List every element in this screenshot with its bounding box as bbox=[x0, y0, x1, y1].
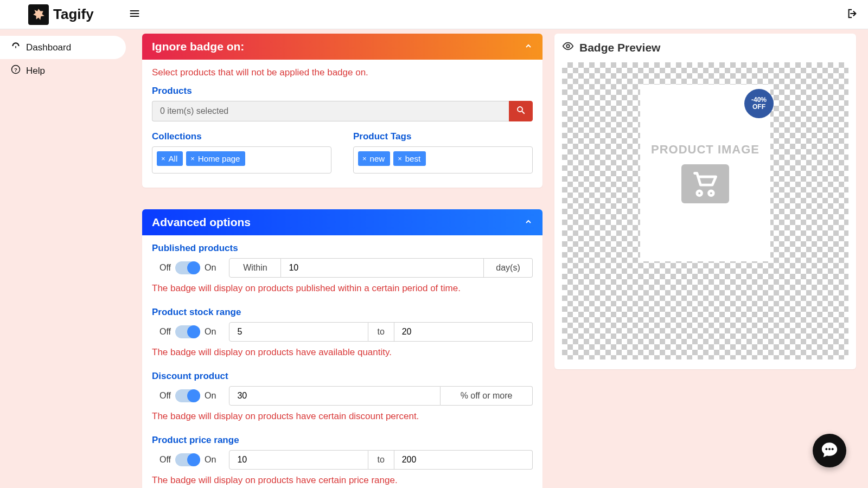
price-toggle[interactable] bbox=[175, 453, 200, 466]
svg-line-4 bbox=[522, 111, 525, 114]
price-label: Product price range bbox=[152, 435, 533, 446]
published-hint: The badge will display on products publi… bbox=[152, 283, 533, 294]
search-icon bbox=[516, 105, 526, 117]
products-label: Products bbox=[152, 86, 533, 97]
toggle-off-label: Off bbox=[159, 327, 171, 337]
cart-icon bbox=[681, 164, 729, 203]
price-hint: The badge will display on products have … bbox=[152, 475, 533, 486]
toggle-on-label: On bbox=[205, 263, 216, 273]
input-addon-right: day(s) bbox=[484, 258, 533, 278]
sidebar-item-label: Dashboard bbox=[26, 42, 71, 53]
stock-label: Product stock range bbox=[152, 307, 533, 318]
brand-logo: Tagify bbox=[28, 4, 94, 25]
remove-tag-icon[interactable]: × bbox=[398, 155, 402, 163]
published-label: Published products bbox=[152, 243, 533, 254]
published-days-input[interactable] bbox=[281, 258, 484, 278]
svg-marker-0 bbox=[33, 9, 44, 20]
svg-point-6 bbox=[825, 448, 827, 450]
toggle-on-label: On bbox=[205, 455, 216, 465]
sidebar-item-help[interactable]: ? Help bbox=[0, 59, 126, 82]
main-content: Ignore badge on: Select products that wi… bbox=[126, 29, 868, 488]
collection-tag[interactable]: ×Home page bbox=[186, 151, 245, 166]
panel-title: Advanced options bbox=[152, 216, 251, 229]
toggle-off-label: Off bbox=[159, 391, 171, 401]
stock-from-input[interactable] bbox=[229, 322, 368, 342]
stock-hint: The badge will display on products have … bbox=[152, 347, 533, 358]
ignore-panel-header[interactable]: Ignore badge on: bbox=[142, 34, 542, 60]
svg-text:?: ? bbox=[14, 67, 17, 73]
remove-tag-icon[interactable]: × bbox=[362, 155, 367, 163]
svg-point-8 bbox=[832, 448, 834, 450]
advanced-panel-header[interactable]: Advanced options bbox=[142, 209, 542, 235]
panel-title: Ignore badge on: bbox=[152, 40, 244, 53]
sidebar-item-label: Help bbox=[26, 66, 45, 76]
stock-to-input[interactable] bbox=[394, 322, 533, 342]
placeholder-text: PRODUCT IMAGE bbox=[651, 143, 760, 157]
product-tags-label: Product Tags bbox=[353, 131, 533, 142]
discount-value-input[interactable] bbox=[229, 386, 441, 406]
collection-tag[interactable]: ×All bbox=[157, 151, 183, 166]
collections-label: Collections bbox=[152, 131, 331, 142]
badge-preview-panel: Badge Preview -40% OFF PRODUCT IMAGE bbox=[554, 34, 856, 369]
svg-point-7 bbox=[828, 448, 831, 450]
input-addon-to: to bbox=[368, 450, 394, 470]
menu-toggle-button[interactable] bbox=[129, 8, 140, 21]
brand-name: Tagify bbox=[53, 6, 94, 23]
product-tags-input[interactable]: ×new ×best bbox=[353, 146, 533, 174]
product-tag[interactable]: ×new bbox=[358, 151, 390, 166]
discount-toggle[interactable] bbox=[175, 389, 200, 402]
chevron-up-icon bbox=[524, 40, 533, 53]
product-tag[interactable]: ×best bbox=[393, 151, 426, 166]
collections-input[interactable]: ×All ×Home page bbox=[152, 146, 331, 174]
help-icon: ? bbox=[11, 65, 21, 77]
product-card-placeholder: -40% OFF PRODUCT IMAGE bbox=[640, 85, 770, 261]
preview-canvas: -40% OFF PRODUCT IMAGE bbox=[562, 62, 848, 359]
remove-tag-icon[interactable]: × bbox=[161, 155, 165, 163]
price-to-input[interactable] bbox=[394, 450, 533, 470]
toggle-off-label: Off bbox=[159, 263, 171, 273]
discount-badge: -40% OFF bbox=[744, 89, 774, 118]
sidebar: Dashboard ? Help bbox=[0, 29, 126, 488]
chat-icon bbox=[820, 440, 839, 461]
toggle-on-label: On bbox=[205, 391, 216, 401]
input-addon-left: Within bbox=[229, 258, 281, 278]
eye-icon bbox=[562, 40, 574, 55]
input-addon-to: to bbox=[368, 322, 394, 342]
chevron-up-icon bbox=[524, 216, 533, 229]
brand-icon bbox=[28, 4, 49, 25]
ignore-badge-panel: Ignore badge on: Select products that wi… bbox=[142, 34, 542, 188]
products-select-input[interactable]: 0 item(s) selected bbox=[152, 101, 509, 121]
panel-subtitle: Select products that will not be applied… bbox=[152, 67, 533, 78]
discount-hint: The badge will display on products have … bbox=[152, 411, 533, 422]
sidebar-item-dashboard[interactable]: Dashboard bbox=[0, 36, 126, 59]
chat-fab-button[interactable] bbox=[813, 434, 846, 467]
discount-label: Discount product bbox=[152, 371, 533, 382]
toggle-on-label: On bbox=[205, 327, 216, 337]
svg-point-3 bbox=[518, 107, 522, 112]
published-toggle[interactable] bbox=[175, 261, 200, 274]
advanced-options-panel: Advanced options Published products Off bbox=[142, 209, 542, 488]
price-from-input[interactable] bbox=[229, 450, 368, 470]
topbar: Tagify bbox=[0, 0, 868, 29]
stock-toggle[interactable] bbox=[175, 325, 200, 338]
products-search-button[interactable] bbox=[509, 101, 533, 121]
remove-tag-icon[interactable]: × bbox=[190, 155, 195, 163]
input-addon-right: % off or more bbox=[441, 386, 533, 406]
preview-title-text: Badge Preview bbox=[579, 41, 660, 54]
toggle-off-label: Off bbox=[159, 455, 171, 465]
logout-button[interactable] bbox=[846, 8, 858, 22]
dashboard-icon bbox=[11, 41, 21, 54]
svg-point-5 bbox=[566, 44, 570, 48]
